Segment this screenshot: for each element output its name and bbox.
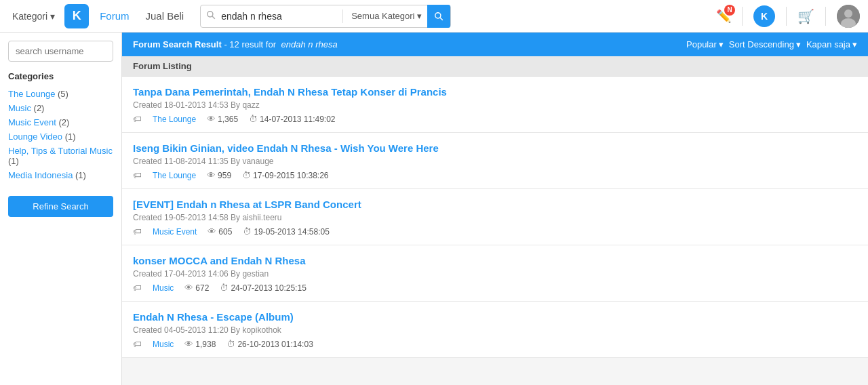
post-title[interactable]: [EVENT] Endah n Rhesa at LSPR Band Conce… xyxy=(133,199,857,210)
tag-icon: 🏷 xyxy=(133,170,142,180)
sidebar-category-item[interactable]: Media Indonesia (1) xyxy=(8,168,113,182)
post-category[interactable]: Music xyxy=(153,283,174,293)
post-title[interactable]: konser MOCCA and Endah N Rhesa xyxy=(133,255,857,266)
eye-icon: 👁 xyxy=(184,339,193,349)
chevron-down-icon: ▾ xyxy=(796,39,801,49)
post-title[interactable]: Iseng Bikin Ginian, video Endah N Rhesa … xyxy=(133,142,857,154)
chevron-down-icon: ▾ xyxy=(417,11,422,21)
clock-icon: ⏱ xyxy=(220,283,229,293)
notification-badge: N xyxy=(724,5,735,16)
kategori-dropdown[interactable]: Kategori ▾ xyxy=(8,8,59,24)
last-post-time: 24-07-2013 10:25:15 xyxy=(231,283,306,293)
global-search-bar: Semua Kategori ▾ xyxy=(200,5,451,28)
category-count: (2) xyxy=(34,103,45,113)
forum-post-item: Tanpa Dana Pemerintah, Endah N Rhesa Tet… xyxy=(122,77,868,133)
post-last-time: ⏱ 17-09-2015 10:38:26 xyxy=(242,170,328,180)
post-category[interactable]: Music xyxy=(153,340,174,349)
kaskus-logo[interactable]: K xyxy=(64,4,89,28)
search-divider xyxy=(342,9,343,23)
category-count: (1) xyxy=(75,170,86,180)
post-meta: Created 17-04-2013 14:06 By gestian xyxy=(133,269,857,279)
last-post-time: 19-05-2013 14:58:05 xyxy=(254,227,329,237)
eye-icon: 👁 xyxy=(208,226,216,237)
filter-kapan-button[interactable]: Kapan saja ▾ xyxy=(806,39,857,49)
header-divider-3 xyxy=(825,7,826,26)
category-filter-dropdown[interactable]: Semua Kategori ▾ xyxy=(346,11,427,21)
kategori-label: Kategori xyxy=(12,11,47,22)
posts-list: Tanpa Dana Pemerintah, Endah N Rhesa Tet… xyxy=(122,77,868,358)
chevron-down-icon: ▾ xyxy=(50,11,55,22)
main-layout: Categories The Lounge (5)Music (2)Music … xyxy=(0,33,868,385)
chevron-down-icon: ▾ xyxy=(719,39,724,49)
post-tags: 🏷 Music 👁 672 ⏱ 24-07-2013 10:25:15 xyxy=(133,283,857,293)
category-count: (1) xyxy=(65,131,76,142)
category-count: (2) xyxy=(58,117,69,127)
results-title-area: Forum Search Result - 12 result for enda… xyxy=(133,39,338,49)
post-tags: 🏷 The Lounge 👁 1,365 ⏱ 14-07-2013 11:49:… xyxy=(133,114,857,124)
app-header: Kategori ▾ K Forum Jual Beli Semua Kateg… xyxy=(0,0,868,33)
search-results-header: Forum Search Result - 12 result for enda… xyxy=(122,33,868,56)
views-count: 672 xyxy=(195,283,209,293)
tag-icon: 🏷 xyxy=(133,226,142,237)
categories-list: The Lounge (5)Music (2)Music Event (2)Lo… xyxy=(8,87,113,182)
post-last-time: ⏱ 14-07-2013 11:49:02 xyxy=(249,114,335,124)
header-divider-2 xyxy=(786,7,787,26)
sidebar-category-item[interactable]: Help, Tips & Tutorial Music (1) xyxy=(8,144,113,168)
post-tags: 🏷 The Lounge 👁 959 ⏱ 17-09-2015 10:38:26 xyxy=(133,170,857,180)
sidebar-category-item[interactable]: Music (2) xyxy=(8,101,113,115)
clock-icon: ⏱ xyxy=(242,170,251,180)
last-post-time: 17-09-2015 10:38:26 xyxy=(253,171,328,180)
search-icon-area xyxy=(201,10,221,22)
kaskus-secondary-btn[interactable]: K xyxy=(753,5,775,27)
filter-sort-button[interactable]: Sort Descending ▾ xyxy=(729,39,801,49)
sidebar-category-item[interactable]: The Lounge (5) xyxy=(8,87,113,101)
views-count: 1,365 xyxy=(218,115,238,124)
sidebar: Categories The Lounge (5)Music (2)Music … xyxy=(0,33,122,385)
forum-nav-link[interactable]: Forum xyxy=(94,7,134,24)
views-count: 959 xyxy=(218,171,231,180)
post-views: 👁 605 xyxy=(208,226,232,237)
post-tags: 🏷 Music Event 👁 605 ⏱ 19-05-2013 14:58:0… xyxy=(133,226,857,237)
post-meta: Created 04-05-2013 11:20 By kopikothok xyxy=(133,325,857,335)
clock-icon: ⏱ xyxy=(226,339,235,349)
views-count: 1,938 xyxy=(195,340,216,349)
last-post-time: 14-07-2013 11:49:02 xyxy=(260,115,335,124)
forum-post-item: konser MOCCA and Endah N Rhesa Created 1… xyxy=(122,245,868,302)
cart-icon-wrap[interactable]: 🛒 xyxy=(797,8,814,24)
results-count-text: - 12 result for xyxy=(224,39,276,49)
search-input[interactable] xyxy=(221,11,340,22)
header-icons-group: ✏️ N K 🛒 xyxy=(716,5,860,28)
forum-listing-bar: Forum Listing xyxy=(122,56,868,77)
tag-icon: 🏷 xyxy=(133,339,142,349)
post-category[interactable]: The Lounge xyxy=(153,171,196,180)
cart-icon: 🛒 xyxy=(797,8,814,24)
tag-icon: 🏷 xyxy=(133,114,142,124)
post-last-time: ⏱ 24-07-2013 10:25:15 xyxy=(220,283,306,293)
post-category[interactable]: Music Event xyxy=(153,227,197,237)
user-avatar[interactable] xyxy=(837,5,860,28)
filter-popular-button[interactable]: Popular ▾ xyxy=(686,39,724,49)
username-search-input[interactable] xyxy=(8,41,113,62)
clock-icon: ⏱ xyxy=(249,114,258,124)
svg-point-2 xyxy=(435,12,441,18)
post-last-time: ⏱ 19-05-2013 14:58:05 xyxy=(243,226,329,237)
sidebar-category-item[interactable]: Lounge Video (1) xyxy=(8,129,113,144)
jualbeli-nav-link[interactable]: Jual Beli xyxy=(140,7,190,24)
post-views: 👁 959 xyxy=(207,170,231,180)
post-title[interactable]: Tanpa Dana Pemerintah, Endah N Rhesa Tet… xyxy=(133,86,857,98)
forum-post-item: Endah N Rhesa - Escape (Album) Created 0… xyxy=(122,302,868,358)
sidebar-category-item[interactable]: Music Event (2) xyxy=(8,115,113,129)
notifications-icon-wrap[interactable]: ✏️ N xyxy=(716,9,731,24)
header-divider-1 xyxy=(742,7,743,26)
post-title[interactable]: Endah N Rhesa - Escape (Album) xyxy=(133,311,857,323)
results-title: Forum Search Result xyxy=(133,39,222,49)
refine-search-button[interactable]: Refine Search xyxy=(8,196,113,217)
post-last-time: ⏱ 26-10-2013 01:14:03 xyxy=(226,339,313,349)
category-count: (1) xyxy=(8,156,19,166)
search-button[interactable] xyxy=(427,5,450,28)
results-filters: Popular ▾ Sort Descending ▾ Kapan saja ▾ xyxy=(686,39,857,49)
svg-point-0 xyxy=(208,12,213,17)
views-count: 605 xyxy=(218,227,232,237)
post-category[interactable]: The Lounge xyxy=(153,115,196,124)
chevron-down-icon: ▾ xyxy=(852,39,857,49)
